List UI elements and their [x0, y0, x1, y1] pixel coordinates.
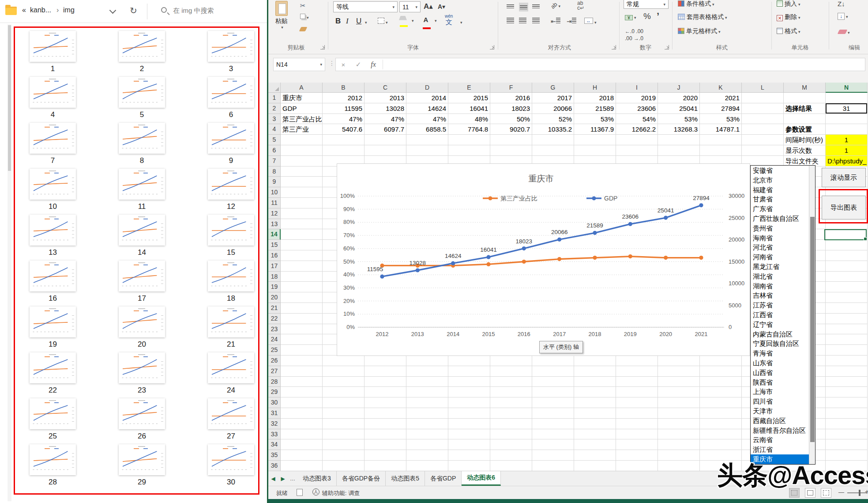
sort-filter-icon[interactable]: Z↓: [838, 0, 845, 8]
cell-H3[interactable]: 53%: [574, 114, 616, 125]
row-header-28[interactable]: 28: [268, 377, 281, 387]
cell-J34[interactable]: [658, 439, 700, 450]
cell-M3[interactable]: [784, 114, 826, 125]
row-header-10[interactable]: 10: [268, 187, 281, 198]
fill-down-icon[interactable]: ↓▾: [838, 12, 848, 20]
cell-A32[interactable]: [281, 419, 323, 429]
row-header-17[interactable]: 17: [268, 261, 281, 272]
tab-more-icon[interactable]: …: [288, 471, 297, 486]
column-header-G[interactable]: G: [532, 83, 574, 93]
cell-G32[interactable]: [532, 419, 574, 429]
cell-N24[interactable]: [826, 334, 868, 345]
cell-N21[interactable]: [826, 303, 868, 314]
cell-I29[interactable]: [616, 387, 658, 397]
column-header-E[interactable]: E: [448, 83, 490, 93]
search-input[interactable]: 在 img 中搜索: [173, 7, 214, 15]
phonetic-guide-icon[interactable]: wén文: [445, 14, 453, 26]
cell-N32[interactable]: [826, 419, 868, 429]
cell-N15[interactable]: [826, 240, 868, 250]
phonetic-dropdown-icon[interactable]: ▾: [460, 20, 462, 25]
cell-D2[interactable]: 14624: [406, 103, 448, 114]
cell-I4[interactable]: 12662.2: [616, 124, 658, 135]
row-header-25[interactable]: 25: [268, 345, 281, 356]
delete-cells-button[interactable]: ✕删除▾: [777, 13, 800, 21]
cell-A25[interactable]: [281, 345, 323, 356]
row-header-19[interactable]: 19: [268, 282, 281, 292]
column-header-D[interactable]: D: [406, 83, 448, 93]
cell-C30[interactable]: [364, 397, 406, 408]
cell-C29[interactable]: [364, 387, 406, 397]
cell-N31[interactable]: [826, 408, 868, 419]
cell-A28[interactable]: [281, 377, 323, 387]
cell-A22[interactable]: [281, 314, 323, 324]
select-all-corner[interactable]: [268, 83, 281, 93]
cell-A11[interactable]: [281, 198, 323, 208]
cell-D28[interactable]: [406, 377, 448, 387]
comma-style-icon[interactable]: ’: [657, 11, 659, 22]
listbox-item[interactable]: 黑龙江省: [751, 262, 815, 272]
decrease-decimal-icon[interactable]: .00 →.0: [625, 35, 643, 42]
cell-E26[interactable]: [448, 356, 490, 366]
cell-D30[interactable]: [406, 397, 448, 408]
listbox-item[interactable]: 山西省: [751, 368, 815, 378]
cell-A24[interactable]: [281, 334, 323, 345]
cell-D33[interactable]: [406, 429, 448, 440]
cell-G30[interactable]: [532, 397, 574, 408]
cell-E36[interactable]: [448, 461, 490, 471]
format-cells-button[interactable]: 格式▾: [777, 27, 800, 35]
cell-K34[interactable]: [700, 439, 742, 450]
cell-I34[interactable]: [616, 439, 658, 450]
cell-M4[interactable]: 参数设置: [784, 124, 826, 135]
listbox-item[interactable]: 江西省: [751, 310, 815, 320]
cell-K32[interactable]: [700, 419, 742, 429]
cell-N29[interactable]: [826, 387, 868, 397]
cell-D31[interactable]: [406, 408, 448, 419]
cell-K30[interactable]: [700, 397, 742, 408]
cell-E32[interactable]: [448, 419, 490, 429]
cell-K4[interactable]: 14787.1: [700, 124, 742, 135]
cell-J30[interactable]: [658, 397, 700, 408]
cell-N20[interactable]: [826, 292, 868, 303]
listbox-item[interactable]: 天津市: [751, 406, 815, 416]
underline-button[interactable]: U: [356, 17, 361, 26]
listbox-item[interactable]: 贵州省: [751, 223, 815, 233]
cell-A12[interactable]: [281, 208, 323, 219]
cell-M1[interactable]: [784, 93, 826, 103]
cell-C32[interactable]: [364, 419, 406, 429]
cell-A18[interactable]: [281, 272, 323, 282]
cell-H35[interactable]: [574, 450, 616, 461]
listbox-item[interactable]: 安徽省: [751, 166, 815, 175]
column-header-N[interactable]: N: [826, 83, 868, 93]
cell-B2[interactable]: 11595: [323, 103, 364, 114]
cell-I31[interactable]: [616, 408, 658, 419]
cell-F2[interactable]: 18023: [490, 103, 532, 114]
breadcrumb-parent[interactable]: kanb...: [30, 6, 51, 14]
row-header-18[interactable]: 18: [268, 272, 281, 282]
cell-G28[interactable]: [532, 377, 574, 387]
cell-F3[interactable]: 50%: [490, 114, 532, 125]
listbox-item[interactable]: 广西壮族自治区: [751, 214, 815, 223]
align-left-icon[interactable]: [507, 18, 514, 25]
cell-C33[interactable]: [364, 429, 406, 440]
cell-M6[interactable]: 显示次数: [784, 145, 826, 156]
cell-E4[interactable]: 7764.8: [448, 124, 490, 135]
cell-J6[interactable]: [658, 145, 700, 156]
row-header-9[interactable]: 9: [268, 177, 281, 187]
align-top-icon[interactable]: [507, 3, 514, 10]
cell-J29[interactable]: [658, 387, 700, 397]
cell-G6[interactable]: [532, 145, 574, 156]
cell-B28[interactable]: [323, 377, 364, 387]
cell-N33[interactable]: [826, 429, 868, 440]
cell-N18[interactable]: [826, 272, 868, 282]
cell-L5[interactable]: [742, 135, 784, 145]
cell-I26[interactable]: [616, 356, 658, 366]
insert-function-icon[interactable]: fx: [366, 61, 381, 68]
cell-B4[interactable]: 5407.6: [323, 124, 364, 135]
column-header-K[interactable]: K: [700, 83, 742, 93]
cell-B6[interactable]: [323, 145, 364, 156]
cell-L1[interactable]: [742, 93, 784, 103]
cell-A5[interactable]: [281, 135, 323, 145]
cell-A23[interactable]: [281, 324, 323, 335]
cell-A17[interactable]: [281, 261, 323, 272]
listbox-item[interactable]: 青海省: [751, 348, 815, 358]
